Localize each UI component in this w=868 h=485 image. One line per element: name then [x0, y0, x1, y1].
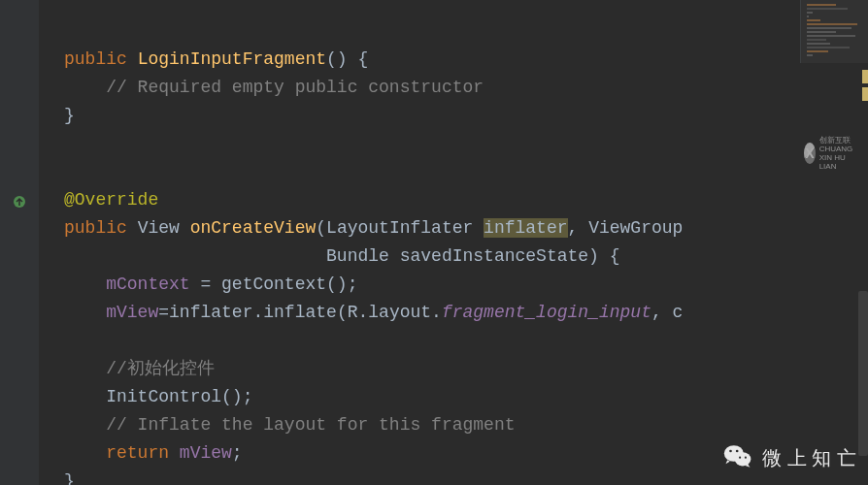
gutter: [0, 0, 39, 485]
indent: [64, 303, 106, 322]
equals: =: [158, 303, 169, 322]
svg-point-3: [729, 450, 732, 453]
indent: [64, 275, 106, 294]
indent: [64, 443, 106, 463]
r-layout: R.layout.: [348, 303, 442, 322]
indent: [64, 415, 106, 435]
annotation-override: @Override: [64, 190, 158, 210]
comma-cont: , c: [651, 303, 683, 322]
svg-point-6: [745, 457, 747, 459]
watermark-x-icon: [804, 143, 816, 164]
indent: [64, 359, 106, 378]
minimap[interactable]: [800, 0, 868, 63]
keyword-public: public: [64, 218, 138, 238]
param-name: savedInstanceState: [400, 246, 588, 266]
param-type: Bundle: [326, 246, 400, 266]
param-type: ViewGroup: [588, 218, 683, 238]
constructor-name: LoginInputFragment: [138, 49, 326, 69]
inflate-call: inflater.inflate(: [169, 303, 348, 322]
method-name: onCreateView: [190, 218, 317, 238]
field-mview: mView: [106, 303, 158, 322]
indent: [64, 78, 106, 97]
paren-close-brace: ) {: [588, 246, 619, 266]
watermark-text-line2: CHUANG XIN HU LIAN: [819, 145, 862, 171]
svg-point-2: [735, 452, 751, 466]
indent: [64, 387, 106, 406]
indent: [64, 246, 326, 266]
minimap-content: [807, 4, 857, 58]
comment-cn: //初始化控件: [106, 359, 215, 378]
return-type: View: [138, 218, 190, 238]
watermark-logo: 创新互联 CHUANG XIN HU LIAN: [804, 134, 862, 173]
param-type: LayoutInflater: [326, 218, 484, 238]
vertical-scrollbar[interactable]: [858, 291, 868, 456]
keyword-public: public: [64, 49, 138, 69]
wechat-overlay: 微 上 知 亡: [723, 441, 856, 475]
brace-close: }: [64, 471, 75, 485]
svg-point-5: [739, 457, 741, 459]
comment-inflate: // Inflate the layout for this fragment: [106, 415, 515, 435]
field-mcontext: mContext: [106, 275, 189, 294]
paren: () {: [326, 49, 368, 69]
watermark-text-line1: 创新互联: [819, 136, 862, 145]
comment: // Required empty public constructor: [106, 78, 484, 97]
comma: ,: [568, 218, 589, 238]
layout-resource: fragment_login_input: [442, 303, 651, 322]
assign-getcontext: = getContext();: [190, 275, 358, 294]
paren-open: (: [316, 218, 326, 238]
code-editor[interactable]: public LoginInputFragment() { // Require…: [39, 0, 683, 485]
field-mview: mView: [180, 443, 232, 463]
param-highlight-inflater: inflater: [484, 218, 567, 238]
keyword-return: return: [106, 443, 180, 463]
wechat-icon: [723, 441, 752, 475]
initcontrol-call: InitControl();: [106, 387, 252, 406]
svg-point-4: [736, 450, 739, 453]
semicolon: ;: [232, 443, 243, 463]
override-gutter-icon[interactable]: [13, 194, 26, 208]
brace-close: }: [64, 106, 75, 125]
diff-marker[interactable]: [862, 70, 868, 83]
diff-marker[interactable]: [862, 87, 868, 101]
wechat-text: 微 上 知 亡: [762, 445, 856, 471]
